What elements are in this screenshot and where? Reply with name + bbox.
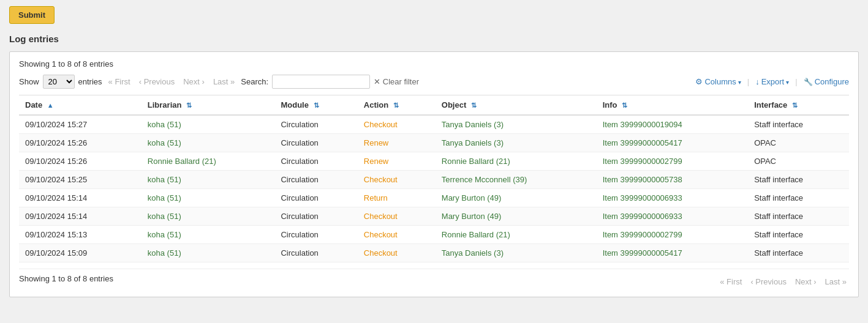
table-row: 09/10/2024 15:25koha (51)CirculationChec… [19, 171, 849, 189]
cell-module: Circulation [274, 171, 357, 189]
col-module[interactable]: Module ⇅ [274, 95, 357, 116]
cell-object: Mary Burton (49) [436, 207, 597, 226]
cell-interface: Staff interface [748, 207, 849, 226]
cell-interface: Staff interface [748, 226, 849, 244]
first-button-bottom[interactable]: « First [717, 276, 744, 288]
cell-date: 09/10/2024 15:09 [19, 244, 142, 262]
cell-action: Checkout [358, 207, 436, 226]
table-container: Showing 1 to 8 of 8 entries Show 10 20 5… [9, 51, 859, 297]
wrench-icon [804, 77, 813, 86]
cell-librarian: koha (51) [142, 134, 275, 152]
sort-interface-icon: ⇅ [792, 102, 798, 110]
table-row: 09/10/2024 15:27koha (51)CirculationChec… [19, 115, 849, 134]
columns-label: Columns [704, 77, 736, 86]
col-interface[interactable]: Interface ⇅ [748, 95, 849, 116]
cell-date: 09/10/2024 15:26 [19, 134, 142, 152]
cell-module: Circulation [274, 134, 357, 152]
cell-action: Return [358, 189, 436, 207]
table-controls: Show 10 20 50 100 entries « First ‹ Prev… [19, 75, 849, 89]
first-button-top[interactable]: « First [106, 76, 133, 87]
cell-librarian: koha (51) [142, 226, 275, 244]
columns-button[interactable]: Columns [695, 77, 741, 86]
gear-icon [695, 77, 703, 86]
sort-action-icon: ⇅ [393, 102, 399, 110]
cell-date: 09/10/2024 15:14 [19, 189, 142, 207]
cell-action: Checkout [358, 171, 436, 189]
showing-bottom-text: Showing 1 to 8 of 8 entries [19, 274, 113, 283]
cell-object: Terrence Mcconnell (39) [436, 171, 597, 189]
cell-interface: Staff interface [748, 244, 849, 262]
sort-date-icon: ▲ [47, 102, 54, 109]
cell-info: Item 39999000005417 [597, 244, 748, 262]
cell-interface: Staff interface [748, 115, 849, 134]
cell-object: Mary Burton (49) [436, 189, 597, 207]
cell-module: Circulation [274, 207, 357, 226]
cell-info: Item 39999000005417 [597, 134, 748, 152]
cell-info: Item 39999000006933 [597, 207, 748, 226]
table-row: 09/10/2024 15:14koha (51)CirculationRetu… [19, 189, 849, 207]
table-row: 09/10/2024 15:09koha (51)CirculationChec… [19, 244, 849, 262]
cell-action: Checkout [358, 115, 436, 134]
cell-object: Tanya Daniels (3) [436, 134, 597, 152]
page-wrapper: Submit Log entries Showing 1 to 8 of 8 e… [0, 0, 868, 323]
table-row: 09/10/2024 15:13koha (51)CirculationChec… [19, 226, 849, 244]
download-icon [755, 77, 760, 86]
table-controls-left: Show 10 20 50 100 entries « First ‹ Prev… [19, 75, 419, 89]
configure-button[interactable]: Configure [804, 77, 849, 86]
col-date[interactable]: Date ▲ [19, 95, 142, 116]
cell-object: Ronnie Ballard (21) [436, 226, 597, 244]
bottom-controls: Showing 1 to 8 of 8 entries « First ‹ Pr… [19, 269, 849, 289]
submit-button[interactable]: Submit [9, 6, 55, 24]
table-row: 09/10/2024 15:14koha (51)CirculationChec… [19, 207, 849, 226]
entries-label: entries [78, 77, 102, 86]
cell-object: Tanya Daniels (3) [436, 244, 597, 262]
cell-librarian: koha (51) [142, 189, 275, 207]
showing-top-text: Showing 1 to 8 of 8 entries [19, 59, 849, 69]
cell-module: Circulation [274, 244, 357, 262]
cell-action: Checkout [358, 244, 436, 262]
col-action[interactable]: Action ⇅ [358, 95, 436, 116]
cell-info: Item 39999000006933 [597, 189, 748, 207]
cell-info: Item 39999000005738 [597, 171, 748, 189]
cell-date: 09/10/2024 15:25 [19, 171, 142, 189]
table-header-row: Date ▲ Librarian ⇅ Module ⇅ Action ⇅ Obj… [19, 95, 849, 116]
entries-select[interactable]: 10 20 50 100 [43, 75, 75, 89]
cell-date: 09/10/2024 15:27 [19, 115, 142, 134]
chevron-down-icon [738, 77, 741, 86]
divider-2: | [795, 77, 797, 86]
cell-object: Ronnie Ballard (21) [436, 152, 597, 171]
search-label: Search: [241, 77, 268, 86]
sort-module-icon: ⇅ [314, 102, 319, 110]
previous-button-top[interactable]: ‹ Previous [137, 76, 178, 87]
sort-librarian-icon: ⇅ [186, 102, 192, 110]
next-button-top[interactable]: Next › [181, 76, 207, 87]
search-input[interactable] [272, 75, 370, 89]
cell-librarian: koha (51) [142, 171, 275, 189]
last-button-top[interactable]: Last » [211, 76, 237, 87]
log-table: Date ▲ Librarian ⇅ Module ⇅ Action ⇅ Obj… [19, 95, 849, 262]
cell-date: 09/10/2024 15:26 [19, 152, 142, 171]
bottom-controls-left: « First ‹ Previous Next › Last » [717, 276, 849, 288]
cell-librarian: koha (51) [142, 115, 275, 134]
cell-librarian: Ronnie Ballard (21) [142, 152, 275, 171]
export-button[interactable]: Export [755, 77, 789, 86]
col-librarian[interactable]: Librarian ⇅ [142, 95, 275, 116]
previous-button-bottom[interactable]: ‹ Previous [748, 276, 789, 288]
export-label: Export [761, 77, 785, 86]
cell-module: Circulation [274, 115, 357, 134]
configure-label: Configure [815, 77, 849, 86]
table-row: 09/10/2024 15:26koha (51)CirculationRene… [19, 134, 849, 152]
cell-interface: Staff interface [748, 171, 849, 189]
section-title: Log entries [9, 34, 859, 44]
cell-interface: Staff interface [748, 189, 849, 207]
clear-filter-button[interactable]: ✕ Clear filter [374, 77, 419, 86]
cell-module: Circulation [274, 189, 357, 207]
cell-module: Circulation [274, 152, 357, 171]
last-button-bottom[interactable]: Last » [823, 276, 849, 288]
col-info[interactable]: Info ⇅ [597, 95, 748, 116]
next-button-bottom[interactable]: Next › [793, 276, 819, 288]
table-row: 09/10/2024 15:26Ronnie Ballard (21)Circu… [19, 152, 849, 171]
col-object[interactable]: Object ⇅ [436, 95, 597, 116]
cell-info: Item 39999000002799 [597, 226, 748, 244]
cell-action: Renew [358, 152, 436, 171]
